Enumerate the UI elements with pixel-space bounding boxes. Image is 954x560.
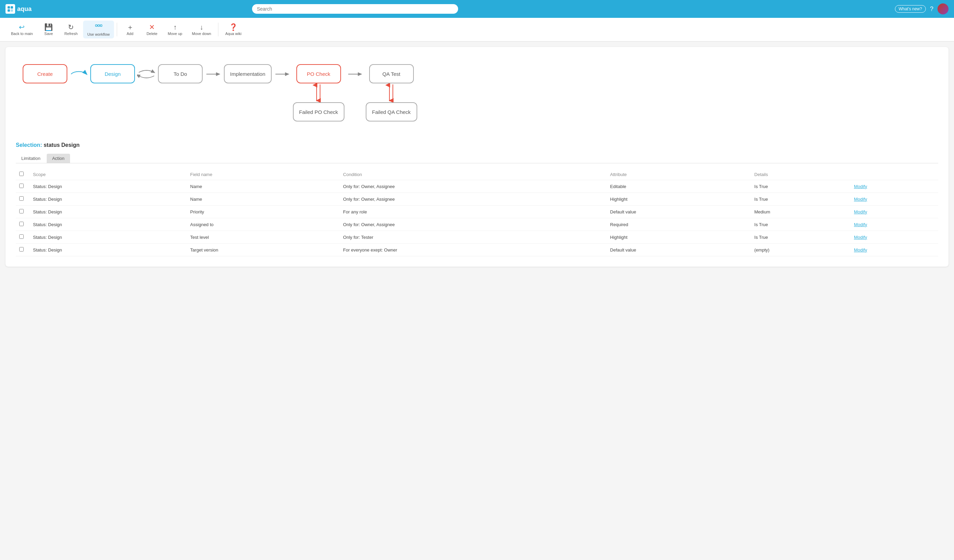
svg-rect-6 [100, 25, 102, 26]
node-design[interactable]: Design [90, 64, 135, 83]
tab-limitation[interactable]: Limitation [16, 154, 46, 163]
move-up-icon: ↑ [173, 24, 177, 31]
add-button[interactable]: ＋ Add [120, 22, 140, 38]
move-down-icon: ↓ [200, 24, 203, 31]
app-logo[interactable]: aqua [6, 4, 31, 14]
table-row: Status: Design Name Only for: Owner, Ass… [16, 193, 938, 205]
row-checkbox-4[interactable] [19, 234, 24, 239]
col-header-field-name: Field name [187, 169, 340, 180]
select-all-checkbox[interactable] [19, 171, 24, 176]
svg-rect-1 [11, 6, 13, 9]
node-group-design: Design [90, 64, 135, 83]
svg-rect-5 [98, 25, 100, 26]
search-input[interactable] [252, 4, 458, 14]
col-header-details: Details [751, 169, 851, 180]
row-checkbox-0[interactable] [19, 184, 24, 188]
cell-scope-0: Status: Design [30, 180, 187, 193]
cell-details-4: Is True [751, 231, 851, 244]
refresh-icon: ↻ [68, 24, 74, 31]
col-header-condition: Condition [340, 169, 607, 180]
modify-link-5[interactable]: Modify [854, 247, 867, 252]
data-table: Scope Field name Condition Attribute Det… [16, 169, 938, 256]
tab-action[interactable]: Action [47, 154, 70, 163]
save-button[interactable]: 💾 Save [39, 22, 59, 38]
node-qa-test[interactable]: QA Test [369, 64, 414, 83]
col-header-checkbox [16, 169, 30, 180]
table-row: Status: Design Test level Only for: Test… [16, 231, 938, 244]
svg-rect-3 [11, 9, 13, 12]
cell-condition-5: For everyone exept: Owner [340, 244, 607, 256]
cell-details-5: (empty) [751, 244, 851, 256]
move-up-button[interactable]: ↑ Move up [164, 22, 187, 38]
cell-details-3: Is True [751, 218, 851, 231]
cell-scope-5: Status: Design [30, 244, 187, 256]
col-header-attribute: Attribute [607, 169, 751, 180]
modify-link-0[interactable]: Modify [854, 184, 867, 189]
modify-link-1[interactable]: Modify [854, 197, 867, 202]
toolbar: ↩ Back to main 💾 Save ↻ Refresh Use work… [0, 18, 954, 42]
avatar[interactable] [937, 3, 948, 14]
add-icon: ＋ [127, 24, 134, 31]
move-down-button[interactable]: ↓ Move down [188, 22, 215, 38]
cell-details-2: Medium [751, 205, 851, 218]
node-implementation[interactable]: Implementation [224, 64, 272, 83]
use-workflow-button[interactable]: Use workflow [83, 20, 114, 39]
cell-field-1: Name [187, 193, 340, 205]
node-failed-po[interactable]: Failed PO Check [293, 102, 344, 121]
col-header-scope: Scope [30, 169, 187, 180]
cell-field-4: Test level [187, 231, 340, 244]
cell-field-5: Target version [187, 244, 340, 256]
node-failed-qa[interactable]: Failed QA Check [366, 102, 417, 121]
aqua-wiki-button[interactable]: ❓ Aqua wiki [221, 22, 246, 38]
node-po-check[interactable]: PO Check [296, 64, 341, 83]
row-checkbox-3[interactable] [19, 222, 24, 226]
cell-scope-2: Status: Design [30, 205, 187, 218]
node-create[interactable]: Create [23, 64, 67, 83]
cell-attribute-2: Default value [607, 205, 751, 218]
modify-link-4[interactable]: Modify [854, 235, 867, 240]
node-todo[interactable]: To Do [158, 64, 203, 83]
cell-condition-3: Only for: Owner, Assignee [340, 218, 607, 231]
cell-field-2: Priority [187, 205, 340, 218]
help-icon[interactable]: ? [930, 6, 934, 13]
search-bar [252, 4, 458, 14]
cell-condition-2: For any role [340, 205, 607, 218]
node-group-qa-test: QA Test [366, 64, 417, 121]
arrow-impl-po [272, 64, 293, 79]
delete-button[interactable]: ✕ Delete [142, 22, 162, 38]
cell-attribute-5: Default value [607, 244, 751, 256]
cell-attribute-1: Highlight [607, 193, 751, 205]
cell-condition-4: Only for: Tester [340, 231, 607, 244]
topbar-right: What's new? ? [895, 3, 948, 14]
refresh-button[interactable]: ↻ Refresh [61, 22, 82, 38]
row-checkbox-1[interactable] [19, 196, 24, 201]
arrow-create-design [67, 64, 90, 79]
table-row: Status: Design Name Only for: Owner, Ass… [16, 180, 938, 193]
row-checkbox-5[interactable] [19, 247, 24, 252]
main-content: Create Design [6, 47, 948, 267]
svg-rect-4 [95, 25, 97, 26]
toolbar-separator-1 [117, 23, 117, 36]
whats-new-button[interactable]: What's new? [895, 5, 926, 13]
cell-details-0: Is True [751, 180, 851, 193]
app-name: aqua [17, 6, 31, 13]
arrow-po-qa [344, 64, 366, 79]
modify-link-3[interactable]: Modify [854, 222, 867, 227]
cell-condition-0: Only for: Owner, Assignee [340, 180, 607, 193]
node-group-implementation: Implementation [224, 64, 272, 83]
row-checkbox-2[interactable] [19, 209, 24, 213]
logo-icon [6, 4, 15, 14]
delete-icon: ✕ [149, 24, 155, 31]
cell-scope-3: Status: Design [30, 218, 187, 231]
tabs: Limitation Action [16, 154, 938, 163]
cell-attribute-0: Editable [607, 180, 751, 193]
table-row: Status: Design Target version For everyo… [16, 244, 938, 256]
cell-condition-1: Only for: Owner, Assignee [340, 193, 607, 205]
topbar: aqua What's new? ? [0, 0, 954, 18]
cell-field-0: Name [187, 180, 340, 193]
wiki-icon: ❓ [229, 24, 238, 31]
back-to-main-button[interactable]: ↩ Back to main [7, 22, 37, 38]
modify-link-2[interactable]: Modify [854, 209, 867, 215]
node-group-todo: To Do [158, 64, 203, 83]
back-icon: ↩ [19, 24, 25, 31]
